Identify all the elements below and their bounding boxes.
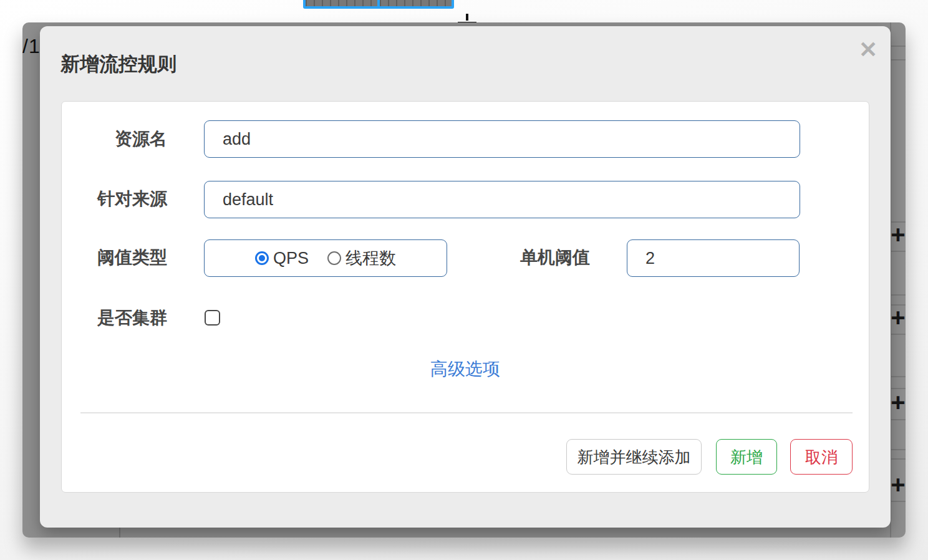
- table-row-divider: [890, 59, 906, 60]
- dialog-title: 新增流控规则: [60, 51, 176, 77]
- limit-app-label: 针对来源: [62, 188, 167, 210]
- table-row-divider: [890, 46, 906, 47]
- radio-thread[interactable]: 线程数: [327, 247, 396, 269]
- threshold-label: 单机阈值: [509, 247, 590, 268]
- modal-backdrop: /1 + + + + 新增流控规则 ✕ 资: [22, 22, 906, 538]
- table-row-divider: [890, 294, 906, 296]
- add-flow-rule-dialog: 新增流控规则 ✕ 资源名 针对来源 阈值类型 QPS 线程数: [40, 26, 891, 528]
- grade-radio-group: QPS 线程数: [204, 239, 447, 277]
- radio-qps-label: QPS: [273, 249, 309, 268]
- radio-thread-label: 线程数: [346, 247, 396, 269]
- table-row-divider: [890, 251, 906, 252]
- radio-selected-icon: [255, 251, 269, 265]
- grade-label: 阈值类型: [62, 247, 167, 268]
- radio-qps[interactable]: QPS: [255, 249, 309, 268]
- cluster-checkbox[interactable]: [205, 310, 220, 326]
- limit-app-input[interactable]: [204, 181, 800, 218]
- selected-table-cells: [303, 0, 454, 9]
- table-row-divider: [890, 458, 906, 460]
- footer-divider: [80, 412, 853, 413]
- resource-label: 资源名: [62, 128, 167, 150]
- resource-input[interactable]: [204, 120, 800, 158]
- table-row-divider: [890, 449, 906, 450]
- advanced-options-link[interactable]: 高级选项: [62, 357, 869, 381]
- cluster-label: 是否集群: [62, 307, 167, 329]
- table-row-divider: [890, 334, 906, 335]
- background-table-fragment: + + + +: [890, 22, 906, 538]
- radio-unselected-icon: [327, 251, 341, 265]
- threshold-input[interactable]: [627, 239, 800, 277]
- form-card: 资源名 针对来源 阈值类型 QPS 线程数 单机阈值: [61, 101, 869, 493]
- cancel-button[interactable]: 取消: [790, 439, 853, 475]
- close-icon[interactable]: ✕: [854, 36, 882, 64]
- table-row-divider: [890, 419, 906, 420]
- selected-cell: [380, 0, 452, 6]
- table-column-divider: [119, 528, 120, 538]
- add-button[interactable]: 新增: [716, 439, 777, 475]
- pagination-fragment: /1: [22, 35, 41, 58]
- table-row-divider: [890, 501, 906, 502]
- table-row-divider: [890, 376, 906, 377]
- add-and-continue-button[interactable]: 新增并继续添加: [566, 439, 702, 475]
- selected-cell: [306, 0, 377, 6]
